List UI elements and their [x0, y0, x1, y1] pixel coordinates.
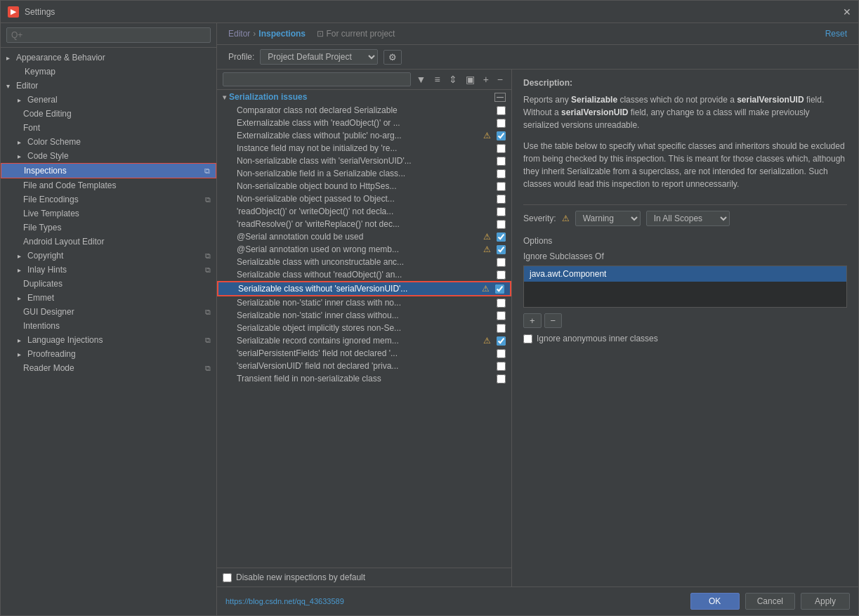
- group-button[interactable]: ▣: [463, 72, 478, 86]
- remove-subclass-button[interactable]: −: [544, 313, 563, 328]
- item-checkbox[interactable]: [497, 157, 506, 166]
- sidebar-item-reader-mode[interactable]: Reader Mode ⧉: [1, 361, 216, 375]
- inspection-group-serialization[interactable]: ▾ Serialization issues —: [217, 90, 511, 104]
- sidebar-item-file-code-templates[interactable]: File and Code Templates: [1, 178, 216, 192]
- item-checkbox[interactable]: [497, 207, 506, 216]
- sidebar-item-code-style[interactable]: ▸ Code Style: [1, 149, 216, 163]
- sidebar-item-inspections[interactable]: Inspections ⧉: [1, 163, 216, 178]
- sidebar-item-intentions[interactable]: Intentions: [1, 319, 216, 333]
- item-checkbox[interactable]: [497, 311, 506, 320]
- expand-button[interactable]: ⇕: [446, 72, 460, 86]
- inspection-item-instance-field[interactable]: Instance field may not be initialized by…: [217, 142, 511, 155]
- item-checkbox[interactable]: [497, 182, 506, 191]
- sidebar-item-color-scheme[interactable]: ▸ Color Scheme: [1, 135, 216, 149]
- severity-select[interactable]: Warning Error Info: [575, 211, 641, 226]
- sidebar-item-inlay-hints[interactable]: ▸ Inlay Hints ⧉: [1, 263, 216, 277]
- item-checkbox[interactable]: [497, 374, 506, 384]
- inspection-item-serializable-readobject[interactable]: Serializable class without 'readObject()…: [217, 268, 511, 281]
- item-checkbox[interactable]: [497, 349, 506, 358]
- cancel-button[interactable]: Cancel: [745, 593, 795, 610]
- sidebar-search-input[interactable]: [6, 27, 211, 43]
- arrow-icon: ▸: [18, 350, 25, 358]
- ok-button[interactable]: OK: [690, 593, 740, 610]
- inspection-item-non-serializable-object[interactable]: Non-serializable object passed to Object…: [217, 192, 511, 205]
- sidebar-item-keymap[interactable]: Keymap: [1, 65, 216, 79]
- profile-select[interactable]: Project Default Project: [260, 49, 378, 65]
- inspection-item-serialpersistentfields[interactable]: 'serialPersistentFields' field not decla…: [217, 347, 511, 360]
- item-checkbox[interactable]: [497, 258, 506, 267]
- breadcrumb-parent: Editor: [228, 29, 250, 39]
- item-checkbox[interactable]: [497, 232, 506, 242]
- sidebar-item-file-encodings[interactable]: File Encodings ⧉: [1, 192, 216, 207]
- sidebar-item-android-layout-editor[interactable]: Android Layout Editor: [1, 235, 216, 249]
- sidebar-item-gui-designer[interactable]: GUI Designer ⧉: [1, 305, 216, 319]
- add-button[interactable]: +: [480, 72, 492, 86]
- sidebar-item-proofreading[interactable]: ▸ Proofreading: [1, 347, 216, 361]
- profile-bar: Profile: Project Default Project ⚙: [217, 45, 858, 70]
- sort-button[interactable]: ≡: [431, 72, 442, 86]
- item-checkbox[interactable]: [497, 299, 506, 308]
- apply-button[interactable]: Apply: [801, 593, 850, 610]
- close-button[interactable]: ✕: [843, 6, 851, 18]
- sidebar-item-code-editing[interactable]: Code Editing: [1, 107, 216, 121]
- warning-icon: ⚠: [482, 284, 490, 294]
- sidebar-item-appearance[interactable]: ▸ Appearance & Behavior: [1, 51, 216, 65]
- subclass-buttons: + −: [523, 313, 847, 328]
- inspection-item-serial-annotation-used[interactable]: @Serial annotation could be used ⚠: [217, 230, 511, 243]
- sidebar-item-copyright[interactable]: ▸ Copyright ⧉: [1, 249, 216, 263]
- inspection-item-serializable-implicitly[interactable]: Serializable object implicitly stores no…: [217, 322, 511, 334]
- minus-button[interactable]: −: [494, 72, 506, 86]
- item-checkbox[interactable]: [497, 336, 506, 346]
- inspection-item-serializable-unconstructable[interactable]: Serializable class with unconstructable …: [217, 256, 511, 268]
- item-checkbox[interactable]: [497, 270, 506, 280]
- sidebar-item-emmet[interactable]: ▸ Emmet: [1, 291, 216, 305]
- disable-new-checkbox[interactable]: [223, 573, 232, 582]
- add-subclass-button[interactable]: +: [523, 313, 542, 328]
- inspection-item-transient-field[interactable]: Transient field in non-serializable clas…: [217, 372, 511, 385]
- inspection-item-externalizable-readobject[interactable]: Externalizable class with 'readObject()'…: [217, 117, 511, 129]
- copy-icon: ⧉: [205, 308, 211, 317]
- sidebar-item-live-templates[interactable]: Live Templates: [1, 207, 216, 221]
- subclass-item[interactable]: java.awt.Component: [524, 266, 846, 282]
- sidebar-item-font[interactable]: Font: [1, 121, 216, 135]
- inspection-item-serializable-non-static2[interactable]: Serializable non-'static' inner class wi…: [217, 309, 511, 322]
- inspection-item-serialversionuid-private[interactable]: 'serialVersionUID' field not declared 'p…: [217, 360, 511, 372]
- sidebar-item-label: File and Code Templates: [23, 181, 117, 190]
- item-checkbox[interactable]: [497, 169, 506, 178]
- filter-search-input[interactable]: [223, 72, 411, 86]
- inspection-item-serializable-non-static[interactable]: Serializable non-'static' inner class wi…: [217, 296, 511, 309]
- item-checkbox[interactable]: [497, 106, 506, 115]
- ignore-anon-checkbox[interactable]: [523, 334, 532, 343]
- item-checkbox[interactable]: [497, 324, 506, 333]
- inspection-item-non-serializable-class[interactable]: Non-serializable class with 'serialVersi…: [217, 155, 511, 167]
- inspection-item-non-serializable-field[interactable]: Non-serializable field in a Serializable…: [217, 167, 511, 180]
- inspection-item-readresolve[interactable]: 'readResolve()' or 'writeReplace()' not …: [217, 218, 511, 230]
- inspection-item-comparator[interactable]: Comparator class not declared Serializab…: [217, 104, 511, 117]
- item-checkbox[interactable]: [497, 119, 506, 128]
- inspection-item-non-serializable-http[interactable]: Non-serializable object bound to HttpSes…: [217, 180, 511, 192]
- sidebar-item-general[interactable]: ▸ General: [1, 93, 216, 107]
- arrow-icon: ▸: [18, 266, 25, 274]
- item-checkbox[interactable]: [497, 362, 506, 371]
- inspection-list-panel: ▼ ≡ ⇕ ▣ + − ▾ Serialization issues: [217, 70, 512, 586]
- inspection-item-serializable-no-svuid[interactable]: Serializable class without 'serialVersio…: [217, 281, 511, 296]
- inspection-item-externalizable-public[interactable]: Externalizable class without 'public' no…: [217, 129, 511, 142]
- gear-button[interactable]: ⚙: [383, 50, 402, 65]
- item-checkbox[interactable]: [497, 131, 506, 140]
- item-checkbox[interactable]: [497, 220, 506, 229]
- sidebar-item-file-types[interactable]: File Types: [1, 221, 216, 235]
- item-checkbox[interactable]: [495, 284, 504, 294]
- item-checkbox[interactable]: [497, 195, 506, 204]
- sidebar-item-label: Font: [23, 123, 40, 133]
- scope-select[interactable]: In All Scopes: [646, 211, 730, 226]
- item-checkbox[interactable]: [497, 245, 506, 254]
- inspection-item-serial-annotation-wrong[interactable]: @Serial annotation used on wrong memb...…: [217, 243, 511, 256]
- filter-button[interactable]: ▼: [414, 72, 429, 86]
- sidebar-item-language-injections[interactable]: ▸ Language Injections ⧉: [1, 333, 216, 347]
- inspection-item-serializable-record[interactable]: Serializable record contains ignored mem…: [217, 334, 511, 347]
- item-checkbox[interactable]: [497, 144, 506, 153]
- inspection-item-readobject[interactable]: 'readObject()' or 'writeObject()' not de…: [217, 205, 511, 218]
- reset-button[interactable]: Reset: [825, 29, 847, 39]
- sidebar-item-duplicates[interactable]: Duplicates: [1, 277, 216, 291]
- sidebar-item-editor[interactable]: ▾ Editor: [1, 79, 216, 93]
